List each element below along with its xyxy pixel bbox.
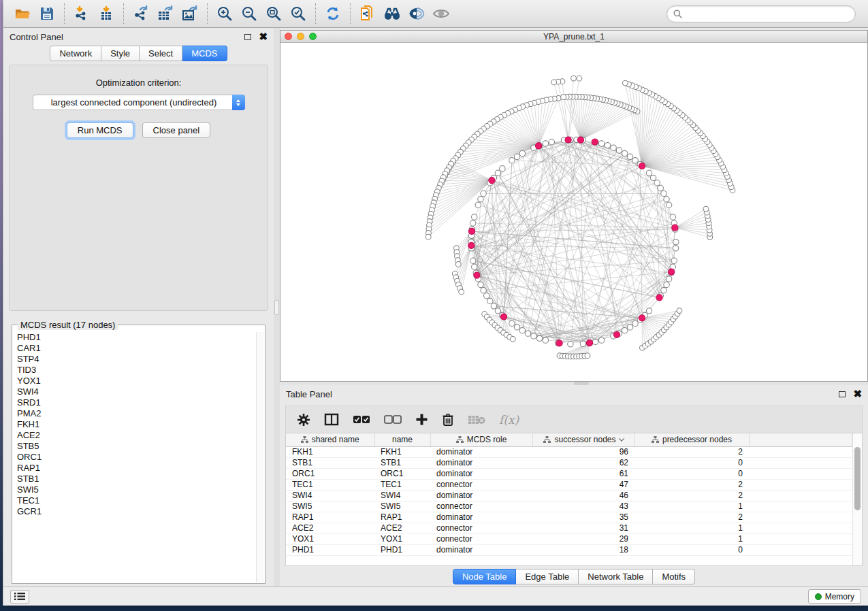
- graph-leaf-node[interactable]: [510, 336, 515, 342]
- graph-mcds-node[interactable]: [556, 340, 562, 346]
- graph-node[interactable]: [654, 180, 660, 186]
- table-cell[interactable]: SWI4: [374, 490, 430, 501]
- column-header-shared-name[interactable]: shared name: [286, 433, 374, 446]
- graph-node[interactable]: [549, 139, 554, 145]
- mcds-result-item[interactable]: GCR1: [17, 506, 265, 517]
- column-header-name[interactable]: name: [374, 433, 430, 446]
- table-cell[interactable]: 35: [532, 512, 634, 523]
- table-cell[interactable]: dominator: [430, 457, 532, 468]
- close-panel-icon[interactable]: ✖: [259, 33, 268, 40]
- mcds-result-item[interactable]: SWI5: [17, 484, 265, 495]
- table-cell[interactable]: 2: [634, 479, 749, 490]
- graph-node[interactable]: [470, 220, 476, 226]
- table-row[interactable]: FKH1FKH1dominator962: [286, 446, 852, 457]
- table-scrollbar[interactable]: [852, 433, 862, 565]
- export-table-button[interactable]: [153, 2, 178, 25]
- graph-node[interactable]: [470, 258, 476, 263]
- graph-leaf-node[interactable]: [703, 206, 709, 212]
- table-cell[interactable]: STB1: [286, 457, 374, 468]
- graph-mcds-node[interactable]: [639, 315, 645, 321]
- graph-mcds-node[interactable]: [468, 242, 475, 248]
- table-cell[interactable]: 0: [634, 457, 749, 468]
- table-cell[interactable]: 18: [532, 544, 634, 555]
- mcds-result-item[interactable]: ACE2: [17, 430, 265, 441]
- graph-mcds-node[interactable]: [586, 340, 592, 346]
- graph-node[interactable]: [484, 293, 489, 299]
- graph-node[interactable]: [580, 341, 585, 346]
- graph-node[interactable]: [472, 214, 477, 220]
- table-row[interactable]: YOX1YOX1connector291: [286, 533, 852, 544]
- mcds-result-item[interactable]: ORC1: [17, 452, 265, 463]
- graph-node[interactable]: [500, 165, 505, 171]
- graph-leaf-node[interactable]: [622, 80, 628, 86]
- graph-leaf-node[interactable]: [577, 76, 582, 81]
- graph-node[interactable]: [611, 145, 616, 150]
- column-header-predecessor-nodes[interactable]: predecessor nodes: [634, 433, 749, 446]
- table-cell[interactable]: 0: [634, 468, 749, 479]
- graph-node[interactable]: [568, 342, 573, 347]
- graph-leaf-node[interactable]: [677, 308, 682, 314]
- network-view-titlebar[interactable]: YPA_prune.txt_1: [280, 31, 867, 43]
- table-cell[interactable]: connector: [430, 533, 532, 544]
- search-input[interactable]: [686, 9, 849, 18]
- horizontal-splitter[interactable]: [280, 382, 868, 385]
- float-panel-icon[interactable]: [839, 391, 846, 397]
- table-cell[interactable]: RAP1: [286, 512, 374, 523]
- graph-node[interactable]: [478, 282, 483, 287]
- graph-node[interactable]: [495, 170, 500, 176]
- graph-mcds-node[interactable]: [468, 228, 475, 234]
- graph-node[interactable]: [514, 154, 519, 159]
- task-history-button[interactable]: [10, 590, 29, 604]
- graph-node[interactable]: [664, 282, 669, 287]
- graph-mcds-node[interactable]: [489, 178, 495, 184]
- graph-node[interactable]: [481, 287, 486, 293]
- graph-node[interactable]: [598, 141, 604, 146]
- graph-node[interactable]: [525, 331, 530, 336]
- table-cell[interactable]: ORC1: [374, 468, 430, 479]
- table-cell[interactable]: ORC1: [286, 468, 374, 479]
- graph-node[interactable]: [495, 308, 500, 314]
- mcds-result-list[interactable]: PHD1CAR1STP4TID3YOX1SWI4SRD1PMA2FKH1ACE2…: [12, 325, 265, 583]
- table-cell[interactable]: 47: [532, 479, 634, 490]
- table-cell[interactable]: 1: [634, 533, 749, 544]
- select-all-button[interactable]: [353, 415, 370, 424]
- graph-mcds-node[interactable]: [577, 137, 583, 143]
- table-cell[interactable]: 0: [634, 544, 749, 555]
- graph-node[interactable]: [509, 157, 515, 163]
- mcds-result-item[interactable]: TEC1: [17, 495, 265, 506]
- graph-node[interactable]: [632, 157, 638, 163]
- close-panel-icon[interactable]: ✖: [853, 391, 862, 397]
- graph-node[interactable]: [658, 185, 663, 191]
- graph-node[interactable]: [519, 150, 525, 156]
- table-row[interactable]: SWI4SWI4dominator462: [286, 490, 852, 501]
- table-row[interactable]: ORC1ORC1dominator610: [286, 468, 852, 479]
- graph-node[interactable]: [481, 191, 486, 196]
- graph-leaf-node[interactable]: [551, 80, 557, 85]
- graph-node[interactable]: [646, 170, 652, 176]
- table-row[interactable]: STB1STB1dominator620: [286, 457, 852, 468]
- mcds-result-item[interactable]: PMA2: [17, 408, 265, 419]
- table-cell[interactable]: connector: [430, 501, 532, 512]
- tab-network[interactable]: Network: [50, 46, 101, 61]
- graph-node[interactable]: [519, 328, 525, 333]
- table-cell[interactable]: YOX1: [374, 533, 430, 544]
- table-cell[interactable]: TEC1: [374, 479, 430, 490]
- graph-mcds-node[interactable]: [592, 139, 598, 145]
- graph-node[interactable]: [543, 337, 548, 343]
- table-cell[interactable]: SWI5: [286, 501, 374, 512]
- table-cell[interactable]: connector: [430, 479, 532, 490]
- splitter-handle[interactable]: [574, 382, 589, 385]
- mcds-list-scrollbar[interactable]: [256, 332, 264, 582]
- table-cell[interactable]: 29: [532, 533, 634, 544]
- import-table-button[interactable]: [94, 2, 118, 25]
- graph-mcds-node[interactable]: [565, 137, 571, 143]
- graph-node[interactable]: [671, 258, 677, 263]
- node-table[interactable]: shared namenameMCDS rolesuccessor nodesp…: [286, 433, 852, 556]
- tab-node-table[interactable]: Node Table: [453, 569, 517, 584]
- splitter-handle[interactable]: [274, 300, 279, 315]
- export-image-button[interactable]: [178, 2, 202, 25]
- table-cell[interactable]: 31: [532, 523, 634, 533]
- graph-leaf-node[interactable]: [585, 353, 590, 359]
- search-network-button[interactable]: [380, 2, 404, 25]
- zoom-fit-button[interactable]: [261, 2, 286, 25]
